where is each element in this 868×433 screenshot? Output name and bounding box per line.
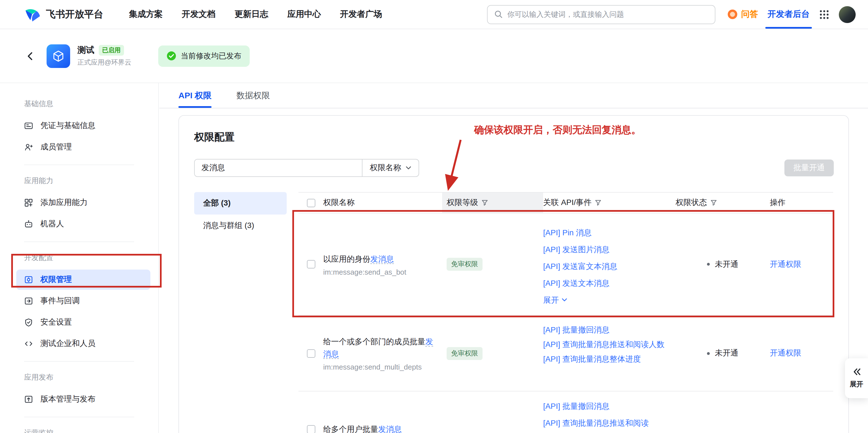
screen: 飞书开放平台 集成方案 开发文档 更新日志 应用中心 开发者广场 问答 开发者后…	[0, 0, 868, 433]
table-row: 以应用的身份发消息 im:message:send_as_bot 免审权限 [A…	[299, 213, 833, 316]
nav-item-app-center[interactable]: 应用中心	[287, 9, 321, 20]
upload-box-icon	[24, 395, 33, 404]
table-row: 给一个或多个部门的成员批量发消息 im:message:send_multi_d…	[299, 316, 833, 392]
sidebar-divider	[24, 417, 134, 417]
sidebar-item-label: 测试企业和人员	[40, 339, 95, 349]
publish-status-text: 当前修改均已发布	[181, 51, 241, 61]
sidebar-item-label: 凭证与基础信息	[40, 121, 95, 131]
nav-item-changelog[interactable]: 更新日志	[235, 9, 268, 20]
brand-name: 飞书开放平台	[46, 8, 103, 21]
primary-nav: 集成方案 开发文档 更新日志 应用中心 开发者广场	[129, 9, 382, 20]
app-header: 测试 已启用 正式应用@环界云 当前修改均已发布	[0, 29, 868, 83]
tab-api-permissions[interactable]: API 权限	[179, 83, 212, 108]
api-link[interactable]: [API] 批量撤回消息	[543, 398, 676, 414]
nav-item-docs[interactable]: 开发文档	[182, 9, 215, 20]
app-name: 测试	[78, 45, 94, 55]
category-all[interactable]: 全部 (3)	[194, 192, 287, 214]
developer-console-label: 开发者后台	[768, 9, 810, 20]
category-message-group[interactable]: 消息与群组 (3)	[194, 214, 287, 237]
chevron-down-icon	[562, 298, 567, 302]
status-dot	[707, 263, 710, 266]
app-status-badge: 已启用	[99, 45, 124, 55]
level-badge: 免审权限	[446, 347, 483, 360]
sidebar-item-version[interactable]: 版本管理与发布	[16, 389, 150, 409]
sidebar-item-members[interactable]: 成员管理	[16, 137, 150, 157]
permission-name-link[interactable]: 发消息	[370, 254, 394, 264]
filter-funnel-icon[interactable]	[595, 199, 602, 206]
status-dot	[707, 352, 710, 355]
api-link[interactable]: [API] 查询批量消息推送和阅读人数	[543, 338, 676, 351]
brand[interactable]: 飞书开放平台	[24, 6, 103, 22]
search-field-select[interactable]: 权限名称	[362, 160, 418, 176]
api-link[interactable]: [API] 发送图片消息	[543, 241, 676, 258]
col-actions: 操作	[770, 193, 833, 213]
category-list: 全部 (3) 消息与群组 (3)	[194, 192, 287, 433]
publish-status-pill: 当前修改均已发布	[158, 45, 250, 66]
sidebar-section-release: 应用发布	[0, 369, 158, 388]
developer-console-tab[interactable]: 开发者后台	[768, 0, 810, 29]
permission-name: 给一个或多个部门的成员批量发消息	[323, 335, 446, 360]
global-search[interactable]	[487, 5, 715, 24]
sidebar-section-monitoring: 运营监控	[0, 425, 158, 433]
api-link[interactable]: [API] Pin 消息	[543, 224, 676, 241]
sidebar-item-bot[interactable]: 机器人	[16, 214, 150, 234]
row-checkbox[interactable]	[307, 425, 315, 433]
nav-item-integration[interactable]: 集成方案	[129, 9, 163, 20]
select-all-checkbox[interactable]	[307, 199, 315, 207]
permission-name-link[interactable]: 发消息	[378, 425, 402, 433]
top-nav: 飞书开放平台 集成方案 开发文档 更新日志 应用中心 开发者广场 问答 开发者后…	[0, 0, 868, 29]
sidebar-item-security[interactable]: 安全设置	[16, 312, 150, 333]
expand-apis-link[interactable]: 展开	[543, 291, 676, 308]
sidebar-item-permissions[interactable]: 权限管理	[16, 269, 150, 290]
filter-funnel-icon[interactable]	[482, 199, 488, 206]
sidebar-item-events[interactable]: 事件与回调	[16, 291, 150, 311]
permission-status: 未开通	[676, 213, 770, 315]
search-input[interactable]	[507, 10, 708, 19]
row-checkbox[interactable]	[307, 349, 315, 357]
sidebar-section-capabilities: 应用能力	[0, 172, 158, 192]
qa-label: 问答	[741, 9, 758, 20]
sidebar-divider	[24, 241, 134, 242]
tab-data-permissions[interactable]: 数据权限	[236, 83, 270, 108]
permissions-table: 权限名称 权限等级 关联 API/事件 权限状态	[299, 192, 833, 433]
permission-tabs: API 权限 数据权限	[159, 83, 868, 108]
back-button[interactable]	[25, 51, 35, 61]
main-content: API 权限 数据权限 权限配置 权限名称 批量开通 全部 (3)	[159, 83, 868, 433]
member-icon	[24, 143, 33, 152]
sidebar-item-test-company[interactable]: 测试企业和人员	[16, 334, 150, 354]
table-area: 全部 (3) 消息与群组 (3) 权限名称 权限等级 关联 API/事件	[194, 192, 833, 433]
api-link[interactable]: [API] 发送富文本消息	[543, 258, 676, 275]
permission-search-combo: 权限名称	[194, 159, 419, 177]
open-permission-link[interactable]: 开通权限	[770, 348, 833, 358]
open-permission-link[interactable]: 开通权限	[770, 259, 833, 269]
api-link[interactable]: [API] 发送文本消息	[543, 275, 676, 291]
qa-link[interactable]: 问答	[728, 9, 758, 20]
sidebar-item-credentials[interactable]: 凭证与基础信息	[16, 116, 150, 136]
sidebar-divider	[24, 361, 134, 362]
row-checkbox[interactable]	[307, 260, 315, 268]
sidebar-item-label: 安全设置	[40, 317, 72, 327]
batch-open-button[interactable]: 批量开通	[784, 160, 834, 176]
api-link[interactable]: [API] 查询批量消息推送和阅读	[543, 414, 676, 431]
sidebar-section-dev-config: 开发配置	[0, 249, 158, 268]
double-chevron-left-icon	[852, 368, 861, 375]
api-link[interactable]: [API] 批量撤回消息	[543, 322, 676, 338]
table-header-row: 权限名称 权限等级 关联 API/事件 权限状态	[299, 192, 833, 213]
sidebar-item-add-capability[interactable]: 添加应用能力	[16, 193, 150, 213]
sidebar-item-label: 机器人	[40, 219, 64, 229]
col-permission-level: 权限等级	[442, 193, 543, 213]
apps-grid-icon[interactable]	[819, 9, 829, 19]
col-related-api: 关联 API/事件	[543, 193, 676, 213]
permission-config-card: 权限配置 权限名称 批量开通 全部 (3) 消息与群组 (3)	[179, 115, 849, 433]
event-callback-icon	[24, 296, 33, 306]
expand-panel-button[interactable]: 展开	[845, 358, 868, 398]
permission-search-input[interactable]	[195, 160, 362, 176]
id-card-icon	[24, 121, 33, 130]
nav-item-developer-plaza[interactable]: 开发者广场	[340, 9, 382, 20]
user-avatar[interactable]	[839, 6, 856, 23]
api-link[interactable]: [API] 查询批量消息整体进度	[543, 351, 676, 367]
filter-funnel-icon[interactable]	[710, 199, 717, 206]
app-icon	[46, 44, 70, 68]
chevron-down-icon	[406, 166, 411, 170]
level-badge: 免审权限	[446, 258, 483, 271]
